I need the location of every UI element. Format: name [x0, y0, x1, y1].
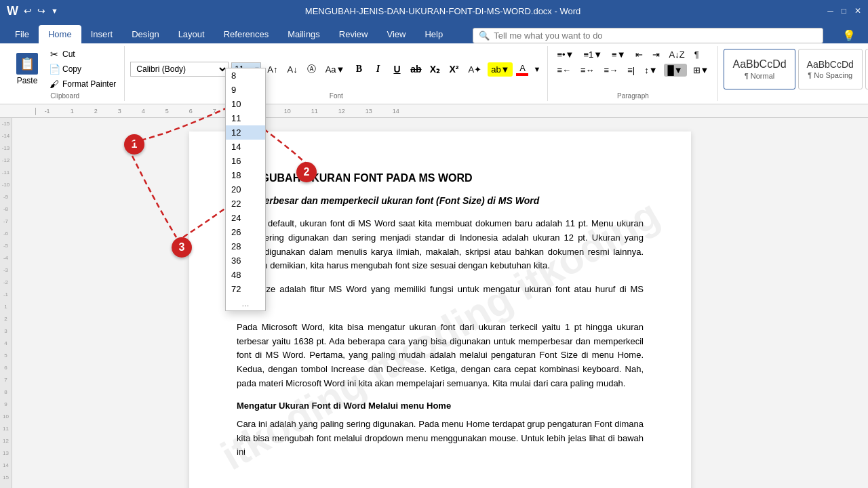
increase-indent-btn[interactable]: ⇥	[649, 47, 663, 62]
font-color-bar	[516, 73, 528, 76]
document-subtitle: Memperbesar dan memperkecil ukuran font …	[237, 195, 644, 206]
font-size-option-16[interactable]: 16	[226, 154, 265, 168]
font-size-option-14[interactable]: 14	[226, 140, 265, 154]
font-size-option-24[interactable]: 24	[226, 211, 265, 225]
underline-button[interactable]: U	[389, 61, 405, 77]
close-btn[interactable]: ✕	[854, 6, 861, 16]
cut-label: Cut	[62, 49, 75, 59]
font-group-label: Font	[330, 91, 343, 100]
word-icon: W	[7, 4, 18, 18]
paste-label: Paste	[17, 76, 38, 85]
shading-btn[interactable]: █▼	[664, 64, 687, 77]
style-normal[interactable]: AaBbCcDd ¶ Normal	[724, 49, 795, 89]
search-icon: 🔍	[479, 30, 490, 41]
tab-references[interactable]: References	[214, 25, 278, 43]
cut-icon: ✂	[49, 49, 60, 60]
document-title: MENGUBAH UKURAN FONT PADA MS WORD	[237, 172, 644, 184]
font-size-option-11[interactable]: 11	[226, 111, 265, 125]
tab-review[interactable]: Review	[330, 25, 378, 43]
format-painter-button[interactable]: 🖌 Format Painter	[46, 77, 119, 91]
ruler-left-margin: │	[34, 108, 38, 115]
font-color-btn[interactable]: A	[515, 62, 529, 77]
document-subheading1: Mengatur Ukuran Font di Word Melalui men…	[237, 401, 644, 411]
title-bar-controls: ─ □ ✕	[827, 6, 861, 16]
increase-font-btn[interactable]: A↑	[264, 62, 281, 77]
paragraph-group-content: ≡•▼ ≡1▼ ≡▼ ⇤ ⇥ A↓Z ¶ ≡← ≡↔ ≡→ ≡| ↕▼ █▼ ⊞…	[553, 47, 712, 91]
ribbon: 📋 Paste ✂ Cut 📄 Copy 🖌 Format Painter Cl…	[0, 43, 868, 104]
clipboard-group-content: 📋 Paste ✂ Cut 📄 Copy 🖌 Format Painter	[11, 47, 119, 91]
tab-home[interactable]: Home	[39, 25, 81, 43]
document-paragraph4[interactable]: Cara ini adalah yang paling sering digun…	[237, 418, 644, 460]
font-size-option-12[interactable]: 12	[226, 125, 265, 140]
cut-button[interactable]: ✂ Cut	[46, 47, 119, 61]
quick-access-undo[interactable]: ↩	[24, 5, 32, 16]
quick-access-more[interactable]: ▼	[51, 7, 58, 15]
numbering-btn[interactable]: ≡1▼	[580, 47, 606, 62]
align-right-btn[interactable]: ≡→	[601, 63, 622, 77]
strikethrough-button[interactable]: ab	[408, 61, 424, 77]
style-heading1[interactable]: AaBbCc Heading 1	[865, 49, 868, 89]
copy-button[interactable]: 📄 Copy	[46, 62, 119, 76]
italic-button[interactable]: I	[370, 61, 386, 77]
line-spacing-btn[interactable]: ↕▼	[641, 63, 660, 77]
tell-me-bar[interactable]: 🔍	[473, 28, 823, 43]
help-icon[interactable]: 💡	[842, 29, 856, 42]
paragraph-group-label: Paragraph	[617, 91, 649, 100]
text-effects-btn[interactable]: A✦	[465, 62, 485, 77]
font-size-option-18[interactable]: 18	[226, 168, 265, 182]
font-group-content: Calibri (Body) Arial Times New Roman ▼ A…	[130, 47, 542, 91]
font-size-option-26[interactable]: 26	[226, 225, 265, 239]
bold-button[interactable]: B	[351, 61, 367, 77]
tab-mailings[interactable]: Mailings	[278, 25, 330, 43]
align-center-btn[interactable]: ≡↔	[577, 63, 598, 77]
font-size-option-more[interactable]: ...	[226, 296, 265, 310]
align-left-btn[interactable]: ≡←	[553, 63, 574, 77]
paste-icon: 📋	[16, 53, 38, 75]
font-size-dropdown[interactable]: 8 9 10 11 12 14 16 18 20 22 24 26 28 36 …	[225, 68, 266, 311]
font-size-option-48[interactable]: 48	[226, 268, 265, 282]
title-bar: W ↩ ↪ ▼ MENGUBAH-JENIS-DAN-UKURAN-FONT-D…	[0, 0, 868, 22]
document-paragraph2[interactable]: Font Size adalah fitur MS Word yang memi…	[237, 283, 644, 311]
font-size-option-8[interactable]: 8	[226, 68, 265, 83]
document-container[interactable]: itkoding itkoding itkoding MENGUBAH UKUR…	[12, 118, 868, 488]
clear-format-btn[interactable]: Ⓐ	[304, 61, 319, 77]
font-size-option-36[interactable]: 36	[226, 253, 265, 268]
title-bar-title: MENGUBAH-JENIS-DAN-UKURAN-FONT-DI-MS-WOR…	[58, 6, 827, 16]
maximize-btn[interactable]: □	[842, 6, 846, 16]
search-input[interactable]	[494, 30, 817, 41]
font-size-option-72[interactable]: 72	[226, 282, 265, 296]
font-color-dropdown[interactable]: ▼	[532, 64, 542, 75]
font-size-option-20[interactable]: 20	[226, 182, 265, 197]
superscript-button[interactable]: X²	[446, 61, 462, 77]
font-size-option-28[interactable]: 28	[226, 239, 265, 253]
font-size-option-9[interactable]: 9	[226, 83, 265, 97]
decrease-font-btn[interactable]: A↓	[284, 62, 301, 77]
tab-view[interactable]: View	[377, 25, 415, 43]
tab-file[interactable]: File	[5, 25, 39, 43]
bullets-btn[interactable]: ≡•▼	[553, 47, 577, 62]
style-no-spacing[interactable]: AaBbCcDd ¶ No Spacing	[798, 49, 863, 89]
text-highlight-btn[interactable]: ab▼	[488, 62, 513, 77]
font-size-option-10[interactable]: 10	[226, 97, 265, 111]
tab-help[interactable]: Help	[415, 25, 452, 43]
tab-insert[interactable]: Insert	[81, 25, 123, 43]
tab-layout[interactable]: Layout	[169, 25, 214, 43]
sort-btn[interactable]: A↓Z	[666, 47, 688, 62]
font-size-option-22[interactable]: 22	[226, 197, 265, 211]
borders-btn[interactable]: ⊞▼	[690, 63, 713, 77]
title-bar-left: W ↩ ↪ ▼	[7, 4, 58, 18]
decrease-indent-btn[interactable]: ⇤	[632, 47, 646, 62]
tab-design[interactable]: Design	[122, 25, 168, 43]
change-case-btn[interactable]: Aa▼	[322, 62, 349, 77]
multilevel-btn[interactable]: ≡▼	[608, 47, 629, 62]
quick-access-redo[interactable]: ↪	[37, 5, 45, 16]
justify-btn[interactable]: ≡|	[624, 63, 638, 77]
style-nospace-preview: AaBbCcDd	[807, 59, 854, 70]
minimize-btn[interactable]: ─	[827, 6, 833, 16]
font-name-select[interactable]: Calibri (Body) Arial Times New Roman	[130, 62, 229, 77]
document-paragraph1[interactable]: Secara default, ukuran font di MS Word s…	[237, 217, 644, 273]
paste-button[interactable]: 📋 Paste	[11, 52, 43, 87]
show-marks-btn[interactable]: ¶	[691, 47, 703, 62]
document-paragraph3[interactable]: Pada Microsoft Word, kita bisa mengatur …	[237, 321, 644, 391]
subscript-button[interactable]: X₂	[427, 61, 443, 77]
